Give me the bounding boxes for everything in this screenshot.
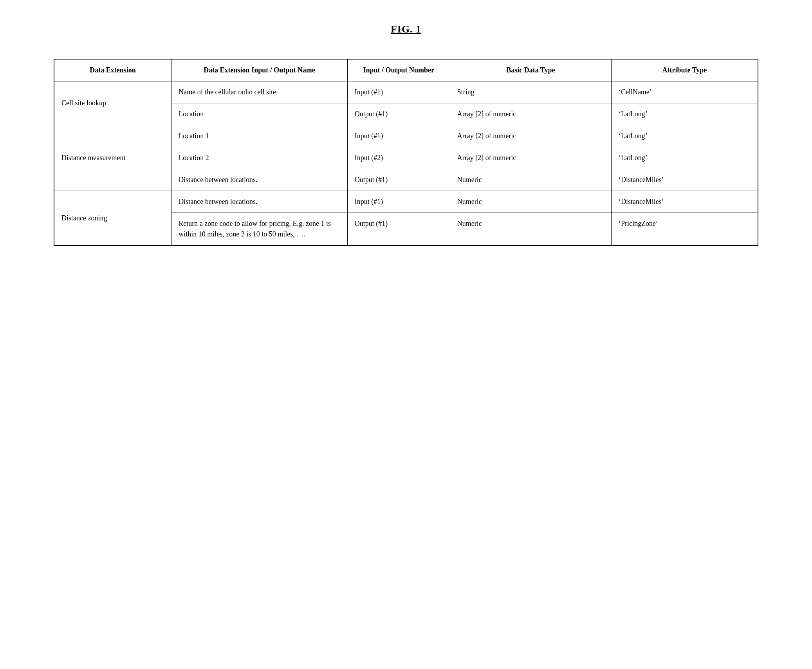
io-name-cell: Location 1	[171, 125, 348, 147]
io-name-cell: Location	[171, 103, 348, 125]
basic-data-cell: Numeric	[450, 213, 611, 246]
io-number-cell: Output (#1)	[347, 169, 450, 191]
header-io-name: Data Extension Input / Output Name	[171, 59, 348, 81]
table-row: Distance zoningDistance between location…	[54, 191, 758, 213]
attr-type-cell: ‘LatLong’	[611, 147, 758, 169]
basic-data-cell: Array [2] of numeric	[450, 125, 611, 147]
group-label-1: Distance measurement	[54, 125, 171, 191]
group-label-2: Distance zoning	[54, 191, 171, 246]
io-name-cell: Return a zone code to allow for pricing.…	[171, 213, 348, 246]
attr-type-cell: ‘LatLong’	[611, 125, 758, 147]
attr-type-cell: ‘DistanceMiles’	[611, 169, 758, 191]
attr-type-cell: ‘CellName’	[611, 81, 758, 103]
basic-data-cell: Numeric	[450, 191, 611, 213]
attr-type-cell: ‘LatLong’	[611, 103, 758, 125]
main-table: Data Extension Data Extension Input / Ou…	[54, 59, 758, 246]
table-row: Cell site lookupName of the cellular rad…	[54, 81, 758, 103]
page-title: FIG. 1	[391, 23, 421, 35]
io-name-cell: Name of the cellular radio cell site	[171, 81, 348, 103]
attr-type-cell: ‘DistanceMiles’	[611, 191, 758, 213]
table-row: Distance measurementLocation 1Input (#1)…	[54, 125, 758, 147]
io-number-cell: Output (#1)	[347, 103, 450, 125]
attr-type-cell: ‘PricingZone’	[611, 213, 758, 246]
io-name-cell: Location 2	[171, 147, 348, 169]
io-name-cell: Distance between locations.	[171, 191, 348, 213]
header-basic-data: Basic Data Type	[450, 59, 611, 81]
header-attr-type: Attribute Type	[611, 59, 758, 81]
io-number-cell: Input (#1)	[347, 191, 450, 213]
basic-data-cell: Numeric	[450, 169, 611, 191]
io-number-cell: Output (#1)	[347, 213, 450, 246]
io-name-cell: Distance between locations.	[171, 169, 348, 191]
basic-data-cell: String	[450, 81, 611, 103]
group-label-0: Cell site lookup	[54, 81, 171, 125]
header-data-extension: Data Extension	[54, 59, 171, 81]
basic-data-cell: Array [2] of numeric	[450, 103, 611, 125]
header-io-number: Input / Output Number	[347, 59, 450, 81]
basic-data-cell: Array [2] of numeric	[450, 147, 611, 169]
io-number-cell: Input (#1)	[347, 125, 450, 147]
table-header-row: Data Extension Data Extension Input / Ou…	[54, 59, 758, 81]
io-number-cell: Input (#2)	[347, 147, 450, 169]
io-number-cell: Input (#1)	[347, 81, 450, 103]
